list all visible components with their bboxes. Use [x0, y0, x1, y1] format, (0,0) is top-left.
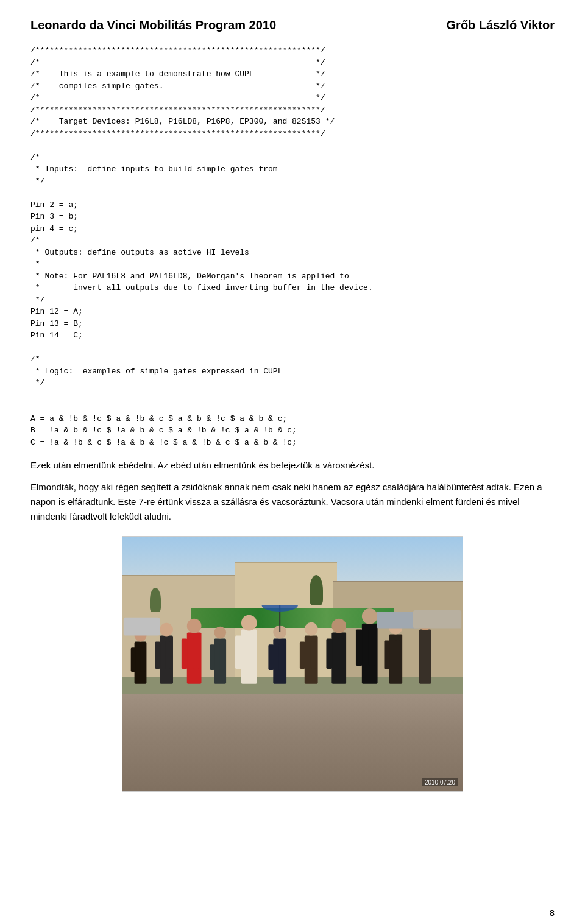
- svg-rect-11: [193, 638, 199, 668]
- paragraph-1: Ezek után elmentünk ebédelni. Az ebéd ut…: [30, 458, 555, 473]
- svg-point-25: [262, 605, 298, 612]
- svg-point-31: [332, 619, 346, 633]
- svg-rect-37: [369, 629, 375, 665]
- svg-rect-44: [124, 618, 160, 636]
- svg-rect-23: [278, 644, 284, 670]
- svg-rect-10: [182, 638, 188, 668]
- page-number: 8: [550, 908, 555, 918]
- photo-container: 2010.07.20: [30, 536, 555, 792]
- svg-rect-32: [326, 638, 332, 668]
- svg-rect-40: [384, 640, 389, 669]
- svg-rect-18: [235, 635, 242, 668]
- author-name: Grőb László Viktor: [447, 18, 555, 32]
- svg-rect-2: [131, 647, 136, 672]
- svg-rect-14: [210, 644, 214, 670]
- paragraph-2: Elmondták, hogy aki régen segített a zsi…: [30, 480, 555, 524]
- svg-rect-6: [155, 641, 160, 669]
- svg-rect-28: [300, 641, 305, 669]
- svg-rect-19: [248, 635, 255, 668]
- svg-rect-45: [377, 612, 419, 629]
- svg-rect-15: [219, 644, 224, 670]
- photo-timestamp: 2010.07.20: [422, 778, 458, 786]
- code-block: /***************************************…: [30, 44, 555, 448]
- svg-point-5: [160, 623, 173, 637]
- svg-rect-41: [395, 640, 400, 669]
- tree-right: [310, 575, 323, 605]
- svg-rect-7: [165, 641, 171, 669]
- svg-rect-33: [338, 638, 344, 668]
- svg-point-35: [362, 608, 378, 624]
- svg-rect-42: [419, 629, 431, 683]
- people-svg: [122, 605, 463, 720]
- svg-point-27: [305, 622, 318, 636]
- svg-rect-29: [311, 641, 316, 669]
- svg-point-9: [187, 619, 202, 633]
- svg-rect-36: [356, 629, 363, 665]
- page-header: Leonardo da Vinci Mobilitás Program 2010…: [30, 18, 555, 32]
- svg-rect-22: [268, 644, 274, 670]
- page-title: Leonardo da Vinci Mobilitás Program 2010: [30, 18, 276, 32]
- svg-point-17: [241, 615, 257, 631]
- photo-scene: 2010.07.20: [122, 536, 463, 792]
- svg-rect-3: [141, 647, 146, 672]
- svg-point-13: [214, 627, 226, 639]
- svg-rect-46: [413, 610, 461, 629]
